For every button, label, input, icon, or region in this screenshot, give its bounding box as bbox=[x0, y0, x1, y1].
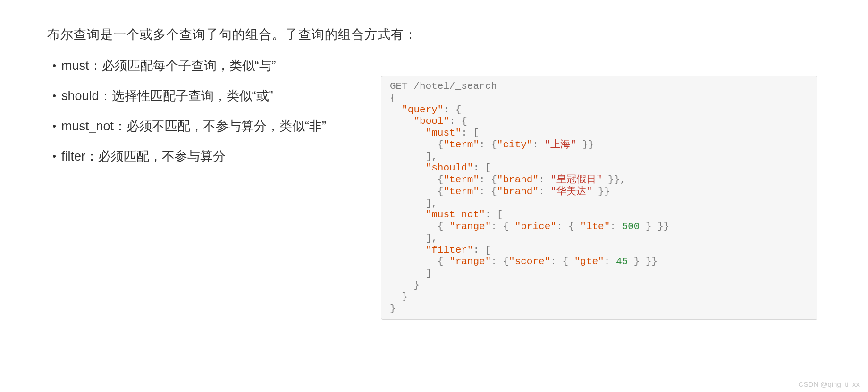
code-line: { bbox=[390, 93, 396, 103]
bullet-dot-icon: • bbox=[47, 151, 61, 162]
bullet-text: must_not：必须不匹配，不参与算分，类似“非” bbox=[61, 118, 326, 135]
bullet-dot-icon: • bbox=[47, 121, 61, 131]
watermark-text: CSDN @qing_ti_xx bbox=[799, 380, 860, 388]
intro-text: 布尔查询是一个或多个查询子句的组合。子查询的组合方式有： bbox=[47, 26, 868, 43]
code-line: GET /hotel/_search bbox=[390, 81, 497, 92]
bullet-dot-icon: • bbox=[47, 91, 61, 101]
bullet-text: should：选择性匹配子查询，类似“或” bbox=[61, 87, 273, 104]
bullet-dot-icon: • bbox=[47, 60, 61, 71]
code-line bbox=[390, 104, 402, 115]
code-block: GET /hotel/_search { "query": { "bool": … bbox=[381, 76, 817, 320]
code-snippet: GET /hotel/_search { "query": { "bool": … bbox=[390, 81, 809, 315]
bullet-text: filter：必须匹配，不参与算分 bbox=[61, 148, 226, 165]
list-item: •must：必须匹配每个子查询，类似“与” bbox=[47, 57, 868, 74]
bullet-text: must：必须匹配每个子查询，类似“与” bbox=[61, 57, 276, 74]
